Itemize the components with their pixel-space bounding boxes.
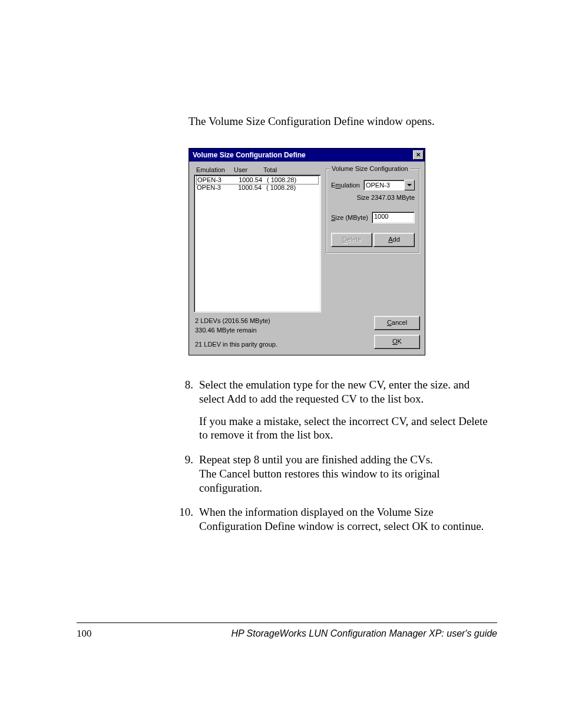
col-total: Total <box>263 166 320 173</box>
ok-button[interactable]: OK <box>374 335 420 349</box>
emulation-value: OPEN-3 <box>363 180 404 190</box>
size-label: Size (MByte) <box>331 214 368 221</box>
list-item[interactable]: OPEN-3 1000.54 ( 1008.28) <box>196 176 319 185</box>
delete-button[interactable]: Delete <box>331 233 372 247</box>
step-number: 10. <box>177 505 199 533</box>
status-block: 2 LDEVs (2016.56 MByte) 330.46 MByte rem… <box>194 312 321 350</box>
dialog-titlebar: Volume Size Configuration Define ✕ <box>189 149 425 162</box>
status-remain: 330.46 MByte remain <box>195 325 320 335</box>
list-header: Emulation User Total <box>194 166 321 174</box>
step-number: 8. <box>177 378 199 442</box>
volume-size-config-dialog: Volume Size Configuration Define ✕ Emula… <box>189 148 425 355</box>
col-emulation: Emulation <box>196 166 234 173</box>
list-item[interactable]: OPEN-3 1000.54 ( 1008.28) <box>197 184 318 192</box>
cell-user: 1000.54 <box>233 176 267 184</box>
dialog-title: Volume Size Configuration Define <box>193 151 306 159</box>
size-info: Size 2347.03 MByte <box>331 194 415 201</box>
status-parity: 21 LDEV in this parity group. <box>195 340 320 349</box>
groupbox-title: Volume Size Configuration <box>330 165 410 172</box>
intro-text: The Volume Size Configuration Define win… <box>189 115 497 128</box>
close-icon[interactable]: ✕ <box>413 150 424 160</box>
footer-rule <box>77 622 497 623</box>
cell-emulation: OPEN-3 <box>197 184 232 192</box>
emulation-combo[interactable]: OPEN-3 <box>363 180 415 190</box>
cell-total: ( 1008.28) <box>267 176 318 184</box>
size-input[interactable]: 1000 <box>372 212 415 223</box>
instruction-list: 8. Select the emulation type for the new… <box>177 378 497 533</box>
chevron-down-icon[interactable] <box>404 180 415 190</box>
step-text: Select the emulation type for the new CV… <box>199 378 497 406</box>
ldev-listbox[interactable]: OPEN-3 1000.54 ( 1008.28) OPEN-3 1000.54… <box>194 174 321 312</box>
add-button[interactable]: Add <box>373 233 415 247</box>
cancel-button[interactable]: Cancel <box>374 316 420 330</box>
page-number: 100 <box>77 628 92 640</box>
step-number: 9. <box>177 453 199 495</box>
status-ldevs: 2 LDEVs (2016.56 MByte) <box>195 316 320 325</box>
step-text: When the information displayed on the Vo… <box>199 505 497 533</box>
col-user: User <box>234 166 263 173</box>
cell-total: ( 1008.28) <box>266 184 318 192</box>
cell-user: 1000.54 <box>232 184 266 192</box>
step-text: The Cancel button restores this window t… <box>199 467 497 495</box>
step-text: Repeat step 8 until you are finished add… <box>199 453 497 467</box>
footer-guide-title: HP StorageWorks LUN Configuration Manage… <box>231 628 497 639</box>
step-text: If you make a mistake, select the incorr… <box>199 414 497 443</box>
cell-emulation: OPEN-3 <box>197 176 233 184</box>
emulation-label: Emulation <box>331 182 360 189</box>
volume-size-config-group: Volume Size Configuration Emulation OPEN… <box>326 169 420 253</box>
